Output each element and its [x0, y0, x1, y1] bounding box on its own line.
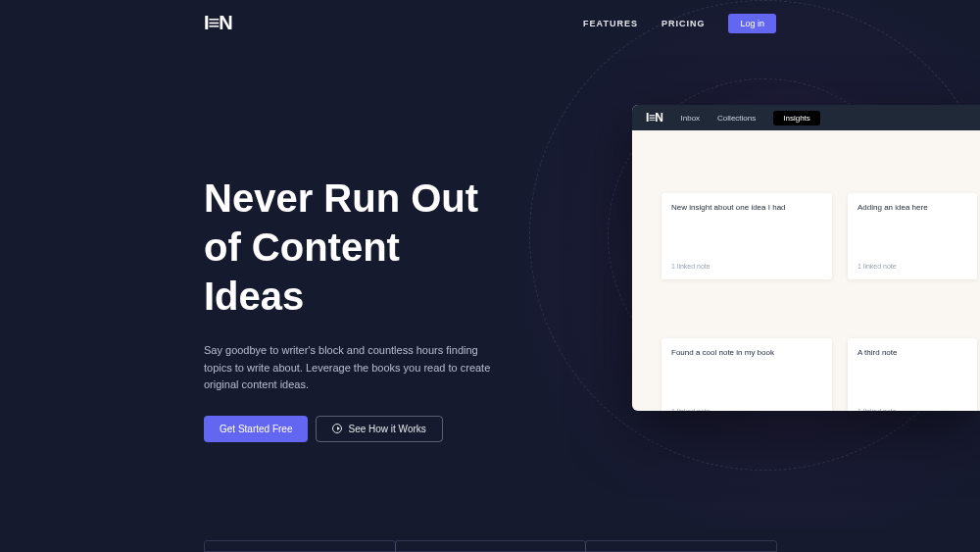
app-preview-body: New insight about one idea I had 1 linke… — [632, 130, 980, 411]
note-card[interactable]: A third note 1 linked note — [848, 338, 977, 411]
nav-pricing[interactable]: PRICING — [662, 19, 706, 28]
site-header: I≡N FEATURES PRICING Log in — [0, 0, 980, 46]
feature-cards-row — [204, 540, 776, 552]
feature-card — [395, 540, 587, 552]
see-how-it-works-button[interactable]: See How it Works — [316, 416, 442, 442]
note-title: Found a cool note in my book — [671, 348, 822, 357]
note-meta: 1 linked note — [671, 263, 822, 270]
note-title: Adding an idea here — [858, 203, 967, 212]
app-preview-card: I≡N Inbox Collections Insights New insig… — [632, 105, 980, 411]
note-card[interactable]: New insight about one idea I had 1 linke… — [662, 193, 832, 279]
hero-cta-row: Get Started Free See How it Works — [204, 416, 510, 442]
get-started-button[interactable]: Get Started Free — [204, 416, 308, 442]
hero-section: Never Run Out of Content Ideas Say goodb… — [0, 46, 510, 442]
note-meta: 1 linked note — [858, 408, 967, 411]
site-logo[interactable]: I≡N — [204, 12, 232, 34]
feature-card — [204, 540, 396, 552]
header-nav: FEATURES PRICING Log in — [583, 14, 776, 33]
play-icon — [332, 424, 342, 433]
hero-title: Never Run Out of Content Ideas — [204, 174, 510, 321]
note-title: A third note — [858, 348, 967, 357]
feature-card — [585, 540, 777, 552]
app-preview-logo: I≡N — [646, 111, 663, 125]
note-card[interactable]: Adding an idea here 1 linked note — [848, 193, 977, 279]
app-preview-nav: I≡N Inbox Collections Insights — [632, 105, 980, 130]
app-nav-inbox[interactable]: Inbox — [681, 114, 701, 123]
see-how-it-works-label: See How it Works — [348, 424, 425, 434]
app-nav-insights[interactable]: Insights — [773, 111, 820, 125]
nav-features[interactable]: FEATURES — [583, 19, 638, 28]
hero-subtitle: Say goodbye to writer's block and countl… — [204, 342, 498, 394]
app-nav-collections[interactable]: Collections — [717, 114, 756, 123]
note-card[interactable]: Found a cool note in my book 1 linked no… — [662, 338, 832, 411]
login-button[interactable]: Log in — [728, 14, 776, 33]
note-title: New insight about one idea I had — [671, 203, 822, 212]
note-meta: 1 linked note — [671, 408, 822, 411]
note-meta: 1 linked note — [858, 263, 967, 270]
